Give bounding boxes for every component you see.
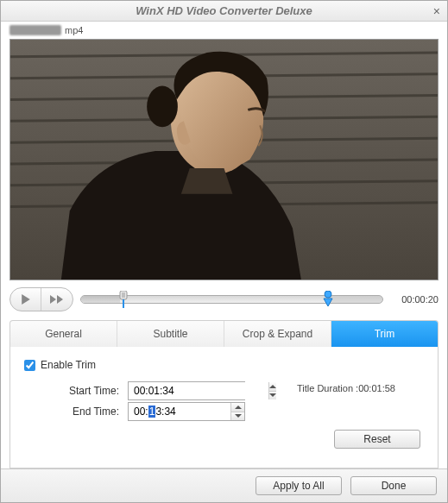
fast-forward-button[interactable] xyxy=(41,288,73,311)
start-time-up[interactable] xyxy=(269,382,276,392)
start-time-label: Start Time: xyxy=(24,385,128,397)
video-preview[interactable] xyxy=(9,39,439,280)
title-duration: Title Duration :00:01:58 xyxy=(297,383,424,393)
playback-controls: 00:00:20 xyxy=(1,280,447,317)
enable-trim-label: Enable Trim xyxy=(41,359,96,371)
start-time-down[interactable] xyxy=(269,392,276,400)
seek-track[interactable] xyxy=(80,287,383,311)
filename-bar: mp4 xyxy=(1,22,447,39)
end-time-spinner[interactable]: 00:13:34 xyxy=(128,402,245,421)
filename-ext: mp4 xyxy=(65,25,83,35)
tabs: General Subtitle Crop & Expand Trim xyxy=(9,320,439,347)
play-button-group xyxy=(9,287,73,311)
start-time-spinner[interactable] xyxy=(128,381,245,400)
close-icon[interactable]: × xyxy=(433,4,440,18)
trim-end-handle[interactable] xyxy=(322,291,334,308)
seek-tail xyxy=(328,296,382,303)
tab-crop-expand[interactable]: Crop & Expand xyxy=(224,321,331,347)
enable-trim-row[interactable]: Enable Trim xyxy=(24,359,424,371)
tab-subtitle[interactable]: Subtitle xyxy=(117,321,224,347)
end-time-row: End Time: 00:13:34 xyxy=(24,402,424,421)
end-time-down[interactable] xyxy=(231,412,244,421)
done-button[interactable]: Done xyxy=(350,476,437,495)
end-time-input[interactable]: 00:13:34 xyxy=(129,403,230,420)
play-button[interactable] xyxy=(10,288,41,311)
svg-rect-11 xyxy=(120,291,127,299)
current-time: 00:00:20 xyxy=(390,294,439,305)
filename-redacted xyxy=(9,25,61,35)
svg-point-14 xyxy=(325,291,331,298)
enable-trim-checkbox[interactable] xyxy=(24,360,35,371)
end-time-label: End Time: xyxy=(24,406,128,418)
dialog-window: WinX HD Video Converter Deluxe × mp4 xyxy=(0,0,448,503)
window-title: WinX HD Video Converter Deluxe xyxy=(136,4,312,17)
seek-fill xyxy=(81,296,120,303)
tab-trim[interactable]: Trim xyxy=(331,321,438,347)
apply-to-all-button[interactable]: Apply to All xyxy=(256,476,342,495)
dialog-footer: Apply to All Done xyxy=(1,468,447,502)
trim-panel: Enable Trim Start Time: Title Duration :… xyxy=(9,347,439,468)
end-time-up[interactable] xyxy=(231,403,244,412)
trim-start-handle[interactable] xyxy=(117,291,129,308)
titlebar: WinX HD Video Converter Deluxe × xyxy=(1,1,447,22)
reset-button[interactable]: Reset xyxy=(334,430,420,449)
tab-general[interactable]: General xyxy=(10,321,117,347)
start-time-input[interactable] xyxy=(129,382,268,399)
svg-point-10 xyxy=(147,86,178,128)
